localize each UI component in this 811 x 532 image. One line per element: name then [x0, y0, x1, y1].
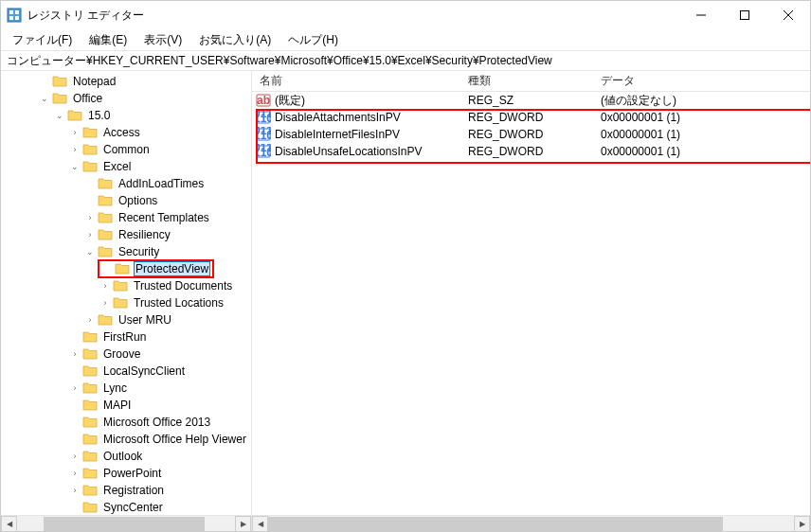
scroll-left-button[interactable]: ◀: [252, 516, 268, 532]
folder-icon: [115, 261, 130, 276]
tree-item-localsync[interactable]: LocalSyncClient: [101, 364, 187, 378]
value-bin-icon: [256, 144, 271, 159]
list-hscroll[interactable]: ◀ ▶: [252, 515, 810, 531]
value-data: 0x00000001 (1): [593, 111, 810, 124]
chevron-down-icon[interactable]: ⌄: [39, 93, 50, 104]
tree-item-common[interactable]: Common: [101, 143, 152, 156]
tree-item-synccenter[interactable]: SyncCenter: [101, 501, 165, 514]
folder-icon: [82, 329, 98, 345]
value-bin-icon: [256, 127, 271, 142]
tree-item-mso2013[interactable]: Microsoft Office 2013: [101, 416, 212, 429]
chevron-right-icon[interactable]: ›: [69, 485, 81, 496]
value-name: (既定): [275, 93, 305, 109]
minimize-button[interactable]: [679, 1, 723, 29]
folder-icon: [98, 227, 113, 242]
tree-item-outlook[interactable]: Outlook: [101, 450, 144, 463]
folder-icon: [82, 381, 98, 396]
tree-item-addin[interactable]: AddInLoadTimes: [117, 177, 206, 190]
folder-icon: [82, 364, 98, 379]
value-str-icon: [256, 93, 271, 108]
scroll-right-button[interactable]: ▶: [794, 516, 810, 532]
expand-icon[interactable]: [101, 261, 113, 273]
folder-icon: [98, 312, 113, 328]
window-title: レジストリ エディター: [27, 8, 144, 24]
tree-item-lync[interactable]: Lync: [101, 381, 129, 395]
list-row[interactable]: DisableAttachmentsInPVREG_DWORD0x0000000…: [252, 109, 810, 126]
chevron-right-icon[interactable]: ›: [99, 280, 111, 292]
tree-item-groove[interactable]: Groove: [101, 347, 142, 361]
titlebar: レジストリ エディター: [1, 1, 810, 29]
scroll-left-button[interactable]: ◀: [1, 516, 17, 532]
folder-icon: [82, 398, 98, 413]
value-name: DisableUnsafeLocationsInPV: [275, 145, 422, 158]
menu-favorites[interactable]: お気に入り(A): [191, 30, 279, 50]
expand-icon[interactable]: [69, 502, 81, 513]
folder-icon: [82, 500, 98, 515]
list-row[interactable]: DisableInternetFilesInPVREG_DWORD0x00000…: [252, 126, 810, 143]
chevron-right-icon[interactable]: ›: [84, 314, 96, 326]
tree-item-usermru[interactable]: User MRU: [117, 313, 173, 327]
tree-item-notepad[interactable]: Notepad: [71, 75, 117, 88]
expand-icon[interactable]: [39, 76, 50, 87]
chevron-right-icon[interactable]: ›: [69, 468, 81, 479]
tree-item-15[interactable]: 15.0: [86, 109, 112, 122]
tree-item-options[interactable]: Options: [117, 194, 159, 207]
folder-icon: [82, 483, 98, 498]
expand-icon[interactable]: [69, 399, 81, 411]
header-name[interactable]: 名前: [252, 73, 460, 89]
tree-item-firstrun[interactable]: FirstRun: [101, 330, 148, 344]
value-type: REG_DWORD: [460, 145, 593, 158]
address-bar[interactable]: コンピューター¥HKEY_CURRENT_USER¥Software¥Micro…: [1, 50, 810, 71]
chevron-right-icon[interactable]: ›: [69, 348, 81, 360]
tree-item-protectedview[interactable]: ProtectedView: [134, 261, 210, 276]
chevron-right-icon[interactable]: ›: [69, 382, 81, 394]
list-row[interactable]: DisableUnsafeLocationsInPVREG_DWORD0x000…: [252, 143, 810, 160]
menu-file[interactable]: ファイル(F): [5, 30, 80, 50]
header-data[interactable]: データ: [593, 73, 810, 89]
expand-icon[interactable]: [69, 417, 81, 428]
menu-help[interactable]: ヘルプ(H): [280, 30, 346, 50]
expand-icon[interactable]: [84, 178, 96, 189]
registry-tree[interactable]: Notepad ⌄Office ⌄15.0 ›Access ›Common ⌄E…: [1, 71, 251, 515]
tree-hscroll[interactable]: ◀ ▶: [1, 515, 251, 531]
tree-item-security[interactable]: Security: [117, 245, 161, 258]
tree-item-recent[interactable]: Recent Templates: [117, 211, 211, 224]
chevron-down-icon[interactable]: ⌄: [84, 246, 96, 257]
scroll-thumb[interactable]: [268, 517, 723, 531]
list-row[interactable]: (既定)REG_SZ(値の設定なし): [252, 92, 810, 109]
menu-view[interactable]: 表示(V): [136, 30, 189, 50]
tree-item-access[interactable]: Access: [101, 126, 142, 139]
tree-item-trusteddocs[interactable]: Trusted Documents: [132, 279, 234, 293]
expand-icon[interactable]: [69, 331, 81, 343]
list-body[interactable]: (既定)REG_SZ(値の設定なし)DisableAttachmentsInPV…: [252, 92, 810, 515]
tree-item-resiliency[interactable]: Resiliency: [117, 228, 172, 241]
folder-icon: [82, 449, 98, 464]
chevron-down-icon[interactable]: ⌄: [69, 161, 81, 172]
tree-item-office[interactable]: Office: [71, 92, 104, 105]
scroll-track[interactable]: [17, 516, 235, 532]
expand-icon[interactable]: [84, 195, 96, 206]
chevron-right-icon[interactable]: ›: [84, 229, 96, 240]
chevron-right-icon[interactable]: ›: [99, 297, 111, 309]
tree-item-trustedlocs[interactable]: Trusted Locations: [132, 296, 225, 310]
chevron-right-icon[interactable]: ›: [84, 212, 96, 223]
header-type[interactable]: 種類: [460, 73, 593, 89]
menu-edit[interactable]: 編集(E): [81, 30, 135, 50]
chevron-down-icon[interactable]: ⌄: [54, 110, 65, 121]
highlight-box: ProtectedView: [98, 259, 214, 279]
close-button[interactable]: [766, 1, 810, 29]
scroll-track[interactable]: [268, 516, 794, 532]
expand-icon[interactable]: [69, 434, 81, 445]
maximize-button[interactable]: [723, 1, 766, 29]
scroll-thumb[interactable]: [44, 517, 205, 531]
chevron-right-icon[interactable]: ›: [69, 144, 81, 155]
tree-item-registration[interactable]: Registration: [101, 484, 166, 497]
tree-item-mapi[interactable]: MAPI: [101, 399, 133, 412]
tree-item-powerpoint[interactable]: PowerPoint: [101, 467, 163, 480]
scroll-right-button[interactable]: ▶: [235, 516, 251, 532]
tree-item-excel[interactable]: Excel: [101, 160, 133, 173]
tree-item-msohelp[interactable]: Microsoft Office Help Viewer: [101, 433, 248, 446]
chevron-right-icon[interactable]: ›: [69, 451, 81, 462]
expand-icon[interactable]: [69, 365, 81, 377]
chevron-right-icon[interactable]: ›: [69, 127, 81, 138]
